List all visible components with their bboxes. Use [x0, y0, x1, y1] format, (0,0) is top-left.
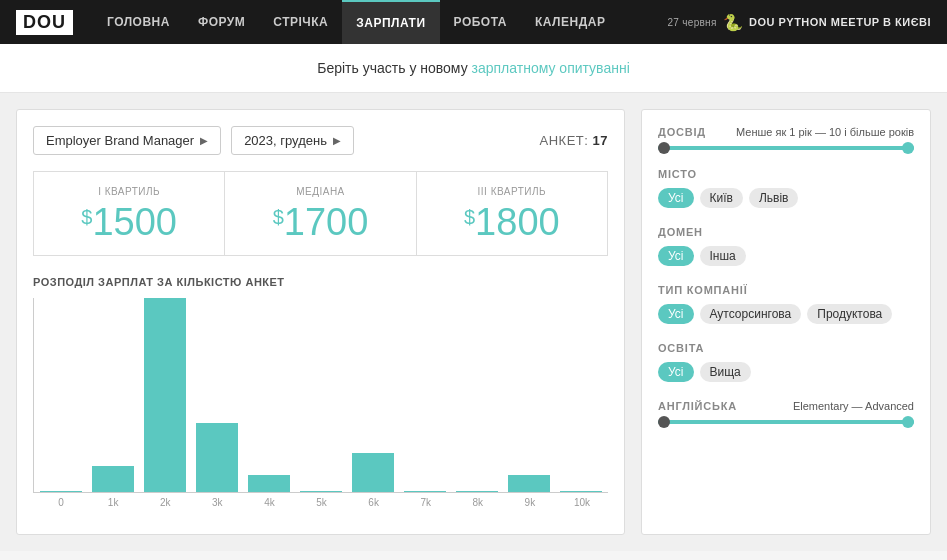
x-label-4: 4k [243, 497, 295, 508]
bar-group-0 [36, 298, 86, 492]
typ-section: ТИП КОМПАНІЇ Усі Аутсорсингова Продуктов… [658, 284, 914, 324]
nav-item-golovna[interactable]: ГОЛОВНА [93, 0, 184, 44]
typ-tag-2[interactable]: Продуктова [807, 304, 892, 324]
bar-group-7 [400, 298, 450, 492]
x-label-6: 6k [348, 497, 400, 508]
dosvid-title: ДОСВІД [658, 126, 706, 138]
dosvid-slider[interactable] [658, 146, 914, 150]
period-label: 2023, грудень [244, 133, 327, 148]
left-panel: Employer Brand Manager ▶ 2023, грудень ▶… [16, 109, 625, 535]
dosvid-section: ДОСВІД Менше як 1 рік — 10 і більше рокі… [658, 126, 914, 150]
slider-handle-left[interactable] [658, 142, 670, 154]
angl-slider-left[interactable] [658, 416, 670, 428]
typ-tag-1[interactable]: Аутсорсингова [700, 304, 802, 324]
stat-quartile-1: І КВАРТИЛЬ $1500 [34, 172, 225, 255]
x-label-5: 5k [295, 497, 347, 508]
nav-item-strichka[interactable]: СТРІЧКА [259, 0, 342, 44]
x-label-8: 8k [452, 497, 504, 508]
typ-title: ТИП КОМПАНІЇ [658, 284, 914, 296]
bar-0 [40, 491, 83, 492]
dollar-sign-3: $ [464, 206, 475, 228]
typ-tags: Усі Аутсорсингова Продуктова [658, 304, 914, 324]
nav-event[interactable]: 27 червня 🐍 DOU PYTHON MEETUP В КИЄВІ [667, 13, 931, 32]
misto-tag-0[interactable]: Усі [658, 188, 694, 208]
misto-title: МІСТО [658, 168, 914, 180]
bar-8 [456, 491, 499, 492]
bar-group-4 [244, 298, 294, 492]
stat-quartile-3: ІІІ КВАРТИЛЬ $1800 [417, 172, 607, 255]
bar-5 [300, 491, 343, 492]
survey-banner: Беріть участь у новому зарплатному опиту… [0, 44, 947, 93]
x-label-7: 7k [400, 497, 452, 508]
angl-section: АНГЛІЙСЬКА Elementary — Advanced [658, 400, 914, 424]
bar-group-6 [348, 298, 398, 492]
osvita-title: ОСВІТА [658, 342, 914, 354]
domen-title: ДОМЕН [658, 226, 914, 238]
bar-7 [404, 491, 447, 492]
nav-items: ГОЛОВНА ФОРУМ СТРІЧКА ЗАРПЛАТИ РОБОТА КА… [93, 0, 667, 44]
bar-group-3 [192, 298, 242, 492]
bar-6 [352, 453, 395, 492]
typ-tag-0[interactable]: Усі [658, 304, 694, 324]
period-filter[interactable]: 2023, грудень ▶ [231, 126, 354, 155]
angl-slider-right[interactable] [902, 416, 914, 428]
slider-track-bg [658, 146, 914, 150]
anket-info: АНКЕТ: 17 [540, 133, 608, 148]
osvita-tag-0[interactable]: Усі [658, 362, 694, 382]
nav-item-robota[interactable]: РОБОТА [440, 0, 521, 44]
misto-section: МІСТО Усі Київ Львів [658, 168, 914, 208]
histogram-title: РОЗПОДІЛ ЗАРПЛАТ ЗА КІЛЬКІСТЮ АНКЕТ [33, 276, 608, 288]
angl-title: АНГЛІЙСЬКА [658, 400, 737, 412]
stats-row: І КВАРТИЛЬ $1500 МЕДІАНА $1700 ІІІ КВАРТ… [33, 171, 608, 256]
osvita-tag-1[interactable]: Вища [700, 362, 751, 382]
histogram-bars [33, 298, 608, 493]
angl-range: Elementary — Advanced [793, 400, 914, 412]
chevron-right-icon: ▶ [200, 135, 208, 146]
right-panel: ДОСВІД Менше як 1 рік — 10 і більше рокі… [641, 109, 931, 535]
misto-tag-1[interactable]: Київ [700, 188, 743, 208]
histogram-container: 01k2k3k4k5k6k7k8k9k10k [33, 298, 608, 518]
logo[interactable]: DOU [16, 10, 73, 35]
stat-label-1: І КВАРТИЛЬ [44, 186, 214, 197]
bar-group-5 [296, 298, 346, 492]
x-label-2: 2k [139, 497, 191, 508]
bar-3 [196, 423, 239, 492]
bar-group-1 [88, 298, 138, 492]
chevron-right-icon-2: ▶ [333, 135, 341, 146]
domen-tags: Усі Інша [658, 246, 914, 266]
angl-slider[interactable] [658, 420, 914, 424]
angl-slider-bg [658, 420, 914, 424]
stat-label-3: ІІІ КВАРТИЛЬ [427, 186, 597, 197]
bar-2 [144, 298, 187, 492]
stat-value-1: $1500 [44, 203, 214, 241]
stat-label-2: МЕДІАНА [235, 186, 405, 197]
bar-group-10 [556, 298, 606, 492]
x-label-9: 9k [504, 497, 556, 508]
nav-item-zarplaty[interactable]: ЗАРПЛАТИ [342, 0, 439, 44]
bar-group-8 [452, 298, 502, 492]
x-axis-labels: 01k2k3k4k5k6k7k8k9k10k [33, 497, 608, 508]
main-content: Employer Brand Manager ▶ 2023, грудень ▶… [0, 93, 947, 551]
angl-header: АНГЛІЙСЬКА Elementary — Advanced [658, 400, 914, 412]
bar-4 [248, 475, 291, 492]
misto-tags: Усі Київ Львів [658, 188, 914, 208]
nav-item-calendar[interactable]: КАЛЕНДАР [521, 0, 619, 44]
slider-handle-right[interactable] [902, 142, 914, 154]
job-title-filter[interactable]: Employer Brand Manager ▶ [33, 126, 221, 155]
bar-1 [92, 466, 135, 492]
bar-group-2 [140, 298, 190, 492]
misto-tag-2[interactable]: Львів [749, 188, 799, 208]
domen-section: ДОМЕН Усі Інша [658, 226, 914, 266]
event-title: DOU PYTHON MEETUP В КИЄВІ [749, 16, 931, 28]
domen-tag-1[interactable]: Інша [700, 246, 746, 266]
event-date: 27 червня [667, 17, 716, 28]
x-label-1: 1k [87, 497, 139, 508]
dosvid-range: Менше як 1 рік — 10 і більше років [736, 126, 914, 138]
x-label-0: 0 [35, 497, 87, 508]
snake-icon: 🐍 [723, 13, 743, 32]
survey-link[interactable]: зарплатному опитуванні [472, 60, 630, 76]
domen-tag-0[interactable]: Усі [658, 246, 694, 266]
bar-group-9 [504, 298, 554, 492]
nav-item-forum[interactable]: ФОРУМ [184, 0, 259, 44]
bar-9 [508, 475, 551, 492]
